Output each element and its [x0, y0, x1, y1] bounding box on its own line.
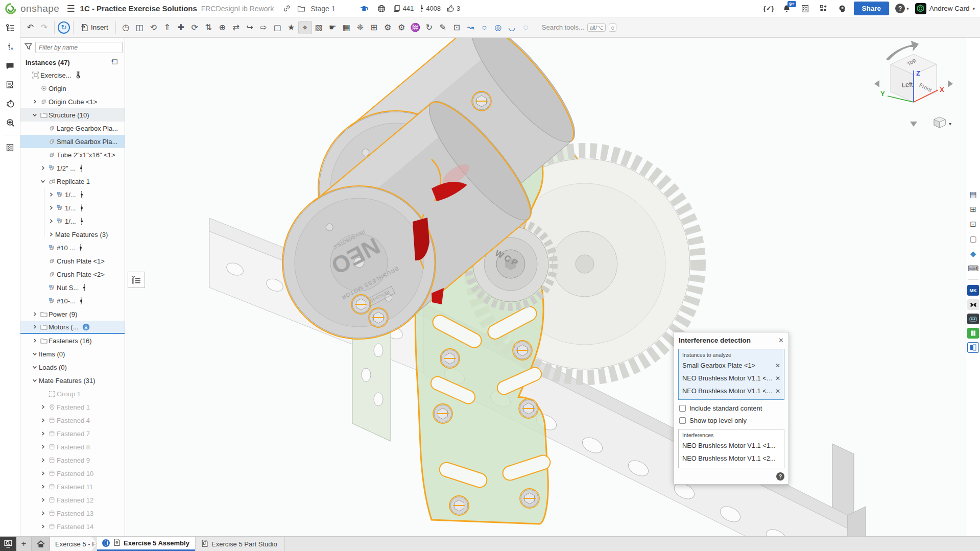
- analytics-icon[interactable]: [4, 116, 17, 129]
- comments-icon[interactable]: [4, 59, 17, 73]
- tree-item-group-1[interactable]: Group 1: [20, 387, 125, 400]
- filter-input[interactable]: [35, 42, 123, 53]
- user-menu[interactable]: Andrew Card ▾: [915, 3, 975, 14]
- dialog-checkbox-row[interactable]: Include standard content: [679, 404, 783, 412]
- remove-instance-icon[interactable]: ✕: [773, 375, 780, 382]
- app-mkcad-icon[interactable]: MK: [967, 285, 979, 296]
- expand-tree-button[interactable]: [128, 272, 145, 288]
- chevron-right-icon[interactable]: [47, 205, 55, 210]
- rotate-icon[interactable]: ⟳: [188, 21, 202, 34]
- app-robot-icon[interactable]: [967, 314, 979, 324]
- interferences-box[interactable]: Interferences NEO Brushless Motor V1.1 <…: [678, 429, 784, 468]
- likes-count[interactable]: 3: [447, 5, 460, 12]
- drag-instance-icon[interactable]: ☛: [326, 21, 340, 34]
- interference-detection-icon[interactable]: ⌖: [298, 21, 312, 34]
- chevron-right-icon[interactable]: [39, 444, 47, 449]
- redo-icon[interactable]: ↷: [37, 21, 51, 34]
- checklist-panel-icon[interactable]: [4, 141, 17, 154]
- view-options[interactable]: ▾: [934, 117, 951, 128]
- chevron-right-icon[interactable]: [39, 511, 47, 516]
- onshape-logo[interactable]: onshape: [5, 3, 59, 14]
- snap-mate-icon[interactable]: ⇨: [257, 21, 271, 34]
- chevron-down-icon[interactable]: [31, 351, 39, 356]
- mate-connector-icon[interactable]: ⊕: [216, 21, 229, 34]
- 3d-viewport[interactable]: WCP NEO BRUSHLESS MOTOR REV ROBOTICS REV…: [125, 38, 966, 536]
- tree-item-fasteners-16[interactable]: Fasteners (16): [20, 334, 125, 347]
- replicate-icon[interactable]: ↻: [422, 21, 436, 34]
- interference-result-row[interactable]: NEO Brushless Motor V1.1 <1...: [682, 439, 780, 452]
- drawing-icon[interactable]: ✎: [436, 21, 450, 34]
- follow-pin-icon[interactable]: [80, 204, 84, 212]
- chevron-down-icon[interactable]: [31, 365, 39, 370]
- revolute-mate-icon[interactable]: ⟲: [147, 21, 160, 34]
- chain-relation-icon[interactable]: ◎: [491, 21, 505, 34]
- chevron-right-icon[interactable]: [47, 219, 55, 224]
- new-tab-button[interactable]: +: [16, 537, 32, 551]
- chevron-right-icon[interactable]: [39, 165, 47, 171]
- manage-instances-icon[interactable]: ▧: [312, 21, 326, 34]
- help-menu[interactable]: ? ▾: [895, 4, 909, 13]
- follow-pin-icon[interactable]: [82, 284, 86, 292]
- apps-icon[interactable]: [818, 3, 829, 14]
- main-menu-icon[interactable]: ☰: [66, 3, 75, 14]
- relation-icon[interactable]: ⚙: [395, 21, 409, 34]
- chevron-right-icon[interactable]: [39, 458, 47, 463]
- chevron-right-icon[interactable]: [31, 99, 39, 104]
- close-icon[interactable]: ✕: [778, 337, 784, 344]
- share-button[interactable]: Share: [854, 2, 890, 15]
- chevron-right-icon[interactable]: [31, 324, 39, 329]
- selection-box-icon[interactable]: ▢: [967, 233, 979, 245]
- tree-item-origin-cube-1[interactable]: Origin Cube <1>: [20, 95, 125, 108]
- filter-icon[interactable]: [25, 43, 32, 52]
- gear-relation-icon[interactable]: ⚙: [381, 21, 395, 34]
- chevron-right-icon[interactable]: [39, 524, 47, 529]
- folder-location-icon[interactable]: [296, 3, 307, 14]
- tab-exercise-5-flip[interactable]: Exercise 5 - Flip: [50, 537, 97, 551]
- release-tasks-icon[interactable]: [800, 3, 811, 14]
- material-library-icon[interactable]: ◆: [967, 248, 979, 259]
- tree-item-items-0[interactable]: Items (0): [20, 347, 125, 361]
- tab-exercise-5-part-studio[interactable]: Exercise 5 Part Studio: [195, 537, 285, 551]
- folder-name[interactable]: Stage 1: [310, 5, 335, 13]
- slider-mate-icon[interactable]: ⇑: [160, 21, 174, 34]
- offset-mate-icon[interactable]: ⇅: [202, 21, 216, 34]
- tree-item-loads-0[interactable]: Loads (0): [20, 361, 125, 374]
- document-title[interactable]: 1C - Practice Exercise Solutions: [80, 4, 197, 13]
- learning-center-icon[interactable]: [836, 3, 848, 14]
- tree-item-power-9[interactable]: Power (9): [20, 307, 125, 321]
- tangent-mate-icon[interactable]: ↪: [243, 21, 257, 34]
- versions-count[interactable]: 4008: [420, 5, 441, 12]
- rack-relation-icon[interactable]: ♒: [409, 21, 422, 34]
- remove-instance-icon[interactable]: ✕: [773, 362, 780, 369]
- appearance-icon[interactable]: ❈: [353, 21, 367, 34]
- chevron-down-icon[interactable]: [39, 179, 47, 184]
- notifications-bell-icon[interactable]: 9+: [781, 3, 793, 14]
- analyze-instance-row[interactable]: NEO Brushless Motor V1.1 <2>✕: [682, 372, 780, 385]
- linked-instances-icon[interactable]: ⊡: [967, 219, 979, 230]
- chevron-right-icon[interactable]: [39, 431, 47, 436]
- versions-history-icon[interactable]: [4, 40, 17, 54]
- exploded-view-icon[interactable]: ⊞: [367, 21, 381, 34]
- add-to-folder-icon[interactable]: [111, 58, 118, 66]
- named-positions-icon[interactable]: ◷: [119, 21, 133, 34]
- chevron-right-icon[interactable]: [47, 232, 55, 237]
- shortcuts-panel-icon[interactable]: ⌨: [967, 263, 979, 274]
- follow-pin-icon[interactable]: [80, 218, 84, 225]
- workspace-name[interactable]: FRCDesignLib Rework: [201, 5, 274, 13]
- chevron-right-icon[interactable]: [39, 484, 47, 489]
- follow-pin-icon[interactable]: [80, 191, 84, 199]
- instances-to-analyze-box[interactable]: Instances to analyze Small Gearbox Plate…: [678, 349, 784, 400]
- follow-pin-icon[interactable]: [79, 164, 83, 172]
- chevron-down-icon[interactable]: [31, 112, 39, 117]
- analyze-instance-row[interactable]: NEO Brushless Motor V1.1 <1>✕: [682, 385, 780, 397]
- bill-of-materials-icon[interactable]: ▦: [340, 21, 353, 34]
- search-tools-box[interactable]: Search tools...alt/⌥c: [542, 23, 616, 32]
- properties-panel-icon[interactable]: ▤: [967, 189, 979, 200]
- configuration-panel-icon[interactable]: ⊞: [967, 204, 979, 215]
- chevron-right-icon[interactable]: [39, 404, 47, 410]
- follow-pin-icon[interactable]: [79, 297, 83, 305]
- group-icon[interactable]: ▢: [271, 21, 284, 34]
- create-part-studio-icon[interactable]: ⊡: [450, 21, 464, 34]
- insert-button[interactable]: Insert: [77, 21, 112, 34]
- tab-exercise-5-assembly[interactable]: Exercise 5 Assembly: [97, 537, 195, 551]
